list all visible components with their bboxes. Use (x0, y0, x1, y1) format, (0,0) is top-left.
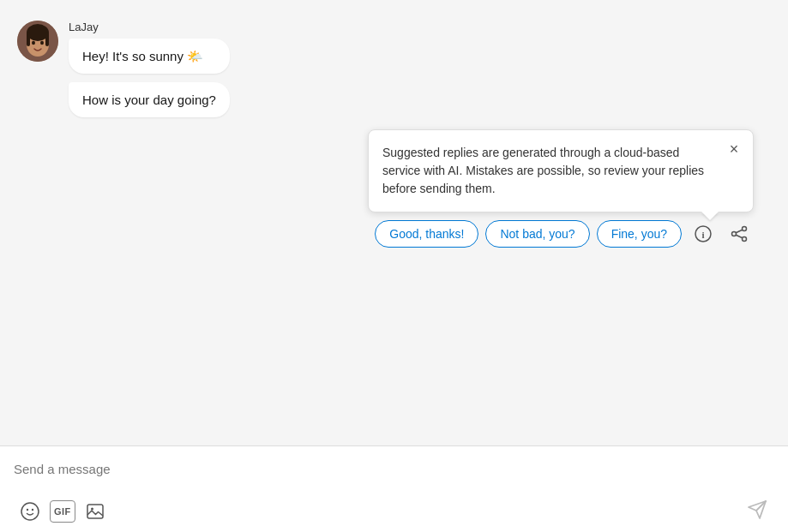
svg-point-15 (27, 509, 28, 511)
suggested-replies-area: Suggested replies are generated through … (17, 129, 771, 248)
sender-name: LaJay (69, 21, 230, 33)
svg-line-13 (736, 235, 743, 238)
toolbar-row: GIF (14, 491, 774, 532)
svg-point-5 (32, 41, 35, 45)
svg-point-9 (743, 227, 747, 231)
avatar (17, 21, 58, 62)
emoji-icon (20, 501, 40, 522)
gif-button[interactable]: GIF (50, 500, 75, 523)
sender-info: LaJay Hey! It's so sunny 🌤️ How is your … (69, 21, 230, 123)
reply-button-1[interactable]: Good, thanks! (375, 220, 478, 248)
tooltip-close-button[interactable]: × (724, 139, 744, 159)
image-icon (85, 501, 105, 522)
image-button[interactable] (79, 495, 111, 528)
input-area: GIF (0, 445, 788, 532)
send-icon (747, 499, 767, 520)
tooltip-bubble: Suggested replies are generated through … (368, 129, 754, 212)
svg-point-11 (743, 237, 747, 242)
svg-point-10 (732, 232, 737, 236)
reply-button-2[interactable]: Not bad, you? (485, 220, 589, 248)
svg-line-12 (736, 230, 743, 233)
svg-text:i: i (701, 230, 704, 240)
message-input[interactable] (14, 462, 774, 476)
chat-area: LaJay Hey! It's so sunny 🌤️ How is your … (0, 0, 788, 445)
tooltip-text: Suggested replies are generated through … (382, 146, 704, 195)
svg-point-14 (21, 503, 39, 520)
message-bubble-2: How is your day going? (69, 82, 230, 117)
svg-rect-4 (45, 33, 49, 46)
message-bubble-1: Hey! It's so sunny 🌤️ (69, 39, 230, 74)
message-input-row (14, 446, 774, 491)
svg-rect-17 (87, 505, 103, 518)
svg-point-16 (32, 509, 33, 511)
svg-point-6 (40, 41, 44, 45)
info-icon: i (695, 225, 712, 242)
share-icon (731, 225, 748, 242)
sender-row: LaJay Hey! It's so sunny 🌤️ How is your … (17, 21, 771, 123)
svg-point-18 (91, 508, 93, 511)
info-button[interactable]: i (689, 219, 718, 248)
send-button[interactable] (740, 493, 774, 531)
share-button[interactable] (725, 219, 754, 248)
reply-buttons-row: Good, thanks! Not bad, you? Fine, you? i (375, 219, 754, 248)
svg-rect-3 (27, 33, 30, 46)
reply-button-3[interactable]: Fine, you? (597, 220, 682, 248)
emoji-button[interactable] (14, 495, 46, 528)
